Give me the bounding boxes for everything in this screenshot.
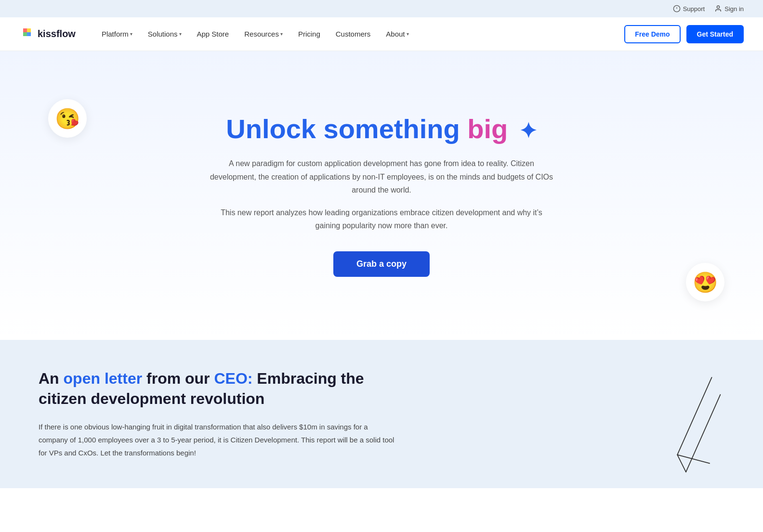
- nav-pricing[interactable]: Pricing: [291, 26, 327, 42]
- ceo-link[interactable]: CEO:: [214, 370, 252, 387]
- nav-appstore[interactable]: App Store: [190, 26, 236, 42]
- chevron-down-icon: ▾: [130, 31, 132, 37]
- letter-title: An open letter from our CEO: Embracing t…: [39, 369, 395, 409]
- free-demo-button[interactable]: Free Demo: [624, 25, 680, 43]
- support-icon: [673, 5, 681, 13]
- emoji-left-decoration: 😘: [48, 99, 87, 138]
- svg-marker-3: [27, 28, 31, 32]
- svg-point-1: [717, 6, 720, 8]
- hero-content: Unlock something big ✦ A new paradigm fo…: [208, 114, 555, 277]
- svg-marker-5: [27, 32, 31, 36]
- chevron-down-icon: ▾: [179, 31, 182, 37]
- chevron-down-icon: ▾: [407, 31, 409, 37]
- nav-platform[interactable]: Platform ▾: [95, 26, 139, 42]
- nav-links: Platform ▾ Solutions ▾ App Store Resourc…: [95, 26, 624, 42]
- hero-description-1: A new paradigm for custom application de…: [208, 157, 555, 196]
- signin-label: Sign in: [724, 5, 744, 13]
- svg-marker-2: [23, 28, 27, 32]
- logo-icon: [19, 26, 35, 42]
- open-letter-link[interactable]: open letter: [64, 370, 143, 387]
- decorative-lines: [638, 369, 734, 488]
- nav-customers[interactable]: Customers: [329, 26, 378, 42]
- svg-marker-4: [23, 32, 27, 36]
- nav-solutions[interactable]: Solutions ▾: [141, 26, 188, 42]
- user-icon: [714, 5, 722, 13]
- hero-section: 😘 Unlock something big ✦ A new paradigm …: [0, 51, 763, 340]
- hero-title: Unlock something big ✦: [208, 114, 555, 144]
- chevron-down-icon: ▾: [280, 31, 283, 37]
- grab-copy-button[interactable]: Grab a copy: [333, 251, 430, 277]
- letter-content: An open letter from our CEO: Embracing t…: [39, 369, 395, 459]
- support-link[interactable]: Support: [673, 5, 705, 13]
- letter-body: If there is one obvious low-hanging frui…: [39, 420, 395, 459]
- support-label: Support: [683, 5, 705, 13]
- logo[interactable]: kissflow: [19, 26, 76, 42]
- get-started-button[interactable]: Get Started: [686, 25, 744, 43]
- navbar: kissflow Platform ▾ Solutions ▾ App Stor…: [0, 17, 763, 51]
- emoji-right-decoration: 😍: [686, 263, 724, 301]
- logo-text: kissflow: [38, 28, 76, 39]
- letter-section: An open letter from our CEO: Embracing t…: [0, 340, 763, 488]
- top-bar: Support Sign in: [0, 0, 763, 17]
- nav-resources[interactable]: Resources ▾: [237, 26, 289, 42]
- hero-description-2: This new report analyzes how leading org…: [208, 206, 555, 232]
- signin-link[interactable]: Sign in: [714, 5, 744, 13]
- star-icon: ✦: [519, 119, 537, 143]
- nav-actions: Free Demo Get Started: [624, 25, 744, 43]
- nav-about[interactable]: About ▾: [379, 26, 415, 42]
